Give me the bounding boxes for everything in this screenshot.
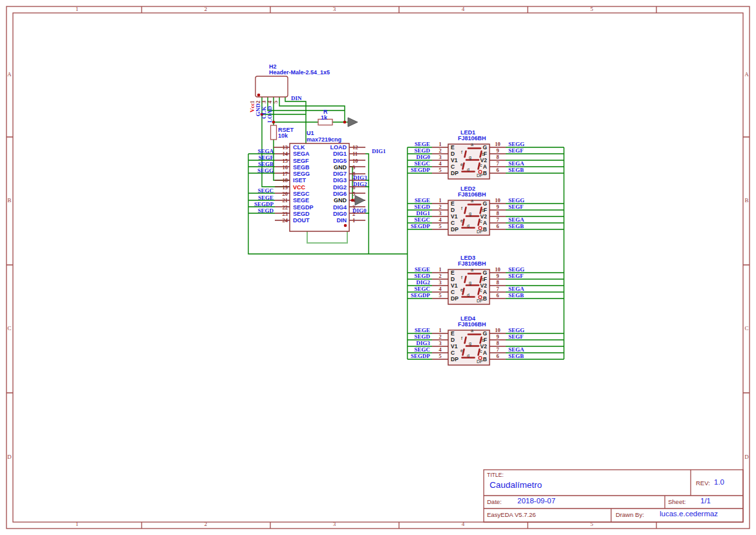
net-label[interactable]: SEGG: [508, 266, 524, 273]
net-label[interactable]: SEGC: [401, 160, 430, 167]
pin-number: 4: [352, 197, 367, 204]
net-label[interactable]: SEGE: [401, 266, 430, 273]
pin-number: 3: [432, 210, 448, 216]
segment-letter-g: g: [469, 155, 471, 160]
ruler-row-label: C: [6, 325, 13, 331]
net-label[interactable]: SEGD: [401, 273, 430, 279]
u1-pin-row: DIN 1: [304, 217, 369, 224]
pin-number: 8: [490, 340, 506, 346]
net-label[interactable]: DIG0: [352, 207, 367, 214]
net-label[interactable]: SEGF: [508, 333, 524, 340]
net-label[interactable]: SEGDP: [401, 223, 430, 229]
pin-number: 6: [490, 292, 506, 299]
pin-number: 10: [490, 327, 506, 333]
net-label[interactable]: SEGDP: [401, 292, 430, 299]
ruler-col-label: 4: [453, 6, 473, 12]
net-label[interactable]: SEGA: [241, 148, 274, 154]
net-label[interactable]: SEGD: [241, 207, 274, 214]
pin-number: 1: [432, 266, 448, 273]
net-label[interactable]: SEGD: [401, 147, 430, 154]
net-label[interactable]: SEGE: [401, 327, 430, 333]
pin-number: 10: [352, 158, 367, 164]
net-label[interactable]: SEGG: [508, 197, 524, 204]
sheet-title[interactable]: Caudalímetro: [490, 480, 542, 490]
pin-number: 3: [432, 279, 448, 286]
pin-name: DP: [451, 295, 459, 302]
sheet-value[interactable]: 1/1: [700, 497, 711, 505]
net-label[interactable]: DIG2: [401, 279, 430, 286]
pin-name: A: [468, 220, 487, 226]
pin-number: 4: [432, 160, 448, 167]
net-label[interactable]: SEGC: [401, 216, 430, 223]
net-label[interactable]: SEGG: [508, 327, 524, 333]
net-label[interactable]: SEGF: [508, 147, 524, 154]
net-label[interactable]: SEGB: [241, 161, 274, 167]
net-label[interactable]: DIG1: [401, 210, 430, 216]
net-label[interactable]: SEGC: [241, 187, 274, 194]
pin-number: 22: [274, 204, 288, 211]
date-value[interactable]: 2018-09-07: [517, 497, 556, 505]
net-label[interactable]: SEGE: [241, 194, 274, 201]
pin-name: E: [451, 330, 455, 337]
segment-letter-dp: DP: [477, 173, 483, 178]
segment-letter-c: c: [480, 288, 482, 293]
net-label[interactable]: DIG2: [353, 181, 367, 187]
ruler-col-label: 3: [325, 6, 344, 12]
segment-letter-a: a: [471, 268, 473, 272]
pin-number: 12: [352, 144, 367, 151]
component-led-display[interactable]: LED1 FJ8106BH SEGE SEGD DIG0 SEGC SEGDP …: [401, 129, 567, 182]
net-label[interactable]: SEGDP: [241, 201, 274, 207]
net-label[interactable]: SEGE: [401, 141, 430, 147]
net-label[interactable]: DIG3: [401, 340, 430, 346]
pin-number: 1: [352, 217, 367, 224]
pin-name: A: [468, 163, 487, 170]
net-label[interactable]: SEGG: [241, 167, 274, 174]
net-label[interactable]: SEGB: [508, 223, 524, 229]
segment-letter-c: c: [480, 219, 482, 224]
net-label[interactable]: SEGF: [508, 204, 524, 210]
net-label[interactable]: DIG0: [401, 154, 430, 160]
net-label-din[interactable]: DIN: [291, 95, 302, 101]
net-label[interactable]: SEGB: [508, 292, 524, 299]
net-label[interactable]: SEGD: [401, 333, 430, 340]
net-label[interactable]: SEGA: [508, 160, 524, 167]
pin-number: 9: [490, 273, 506, 279]
rev-value[interactable]: 1.0: [714, 478, 724, 486]
pin-name: V1: [451, 213, 457, 220]
segment-letter-dp: DP: [477, 359, 483, 364]
component-led-display[interactable]: LED4 FJ8106BH SEGE SEGD DIG3 SEGC SEGDP …: [401, 315, 567, 368]
ruler-col-label: 1: [67, 6, 87, 12]
pin-number: 19: [274, 184, 288, 191]
pin-number: 5: [432, 167, 448, 173]
ruler-col-label: 1: [67, 521, 87, 527]
net-label[interactable]: SEGDP: [401, 167, 430, 173]
net-label[interactable]: SEGD: [401, 204, 430, 210]
net-label[interactable]: SEGA: [508, 216, 524, 223]
net-label-load[interactable]: LOAD: [266, 106, 273, 123]
pin-number: 4: [432, 346, 448, 353]
component-led-display[interactable]: LED2 FJ8106BH SEGE SEGD DIG1 SEGC SEGDP …: [401, 185, 567, 238]
u1-pin-row: DIG1 11: [304, 151, 369, 157]
pin-name: DP: [451, 356, 459, 362]
net-label[interactable]: DIG1: [372, 148, 386, 154]
net-label[interactable]: SEGC: [401, 286, 430, 292]
net-label[interactable]: SEGB: [508, 167, 524, 173]
pin-name: E: [451, 144, 455, 151]
pin-name: DIG5: [304, 158, 347, 164]
component-led-display[interactable]: LED3 FJ8106BH SEGE SEGD DIG2 SEGC SEGDP …: [401, 255, 567, 308]
net-label[interactable]: SEGE: [401, 197, 430, 204]
schematic-canvas[interactable]: 1 2 3 4 5 1 2 3 4 5 A B C D A B C D H2 H…: [0, 0, 756, 535]
pin-number: 10: [490, 141, 506, 147]
net-label[interactable]: SEGA: [508, 286, 524, 292]
drawn-by-value[interactable]: lucas.e.cedermaz: [660, 510, 718, 518]
net-label[interactable]: SEGDP: [401, 353, 430, 359]
net-label[interactable]: SEGB: [508, 353, 524, 359]
net-label[interactable]: SEGF: [508, 273, 524, 279]
net-label[interactable]: SEGA: [508, 346, 524, 353]
segment-letter-a: a: [471, 328, 473, 333]
net-label[interactable]: SEGG: [508, 141, 524, 147]
ruler-row-label: B: [6, 197, 13, 204]
net-label[interactable]: DIG3: [353, 174, 367, 181]
net-label[interactable]: SEGF: [241, 154, 274, 161]
net-label[interactable]: SEGC: [401, 346, 430, 353]
